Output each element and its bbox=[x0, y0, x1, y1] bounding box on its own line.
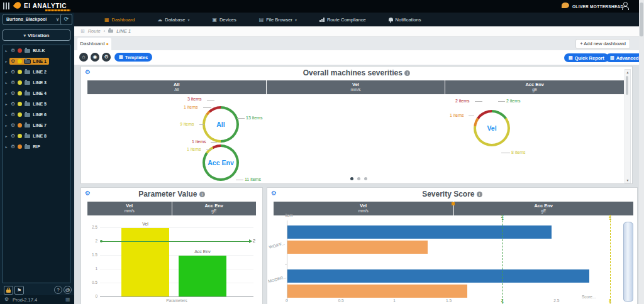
breadcrumb-root[interactable]: Route bbox=[88, 28, 101, 34]
nav-file-browser[interactable]: ▤File Browser▾ bbox=[259, 17, 297, 23]
scroll-up-icon[interactable]: ▲ bbox=[625, 70, 630, 74]
column-accenv[interactable]: Acc EnvgE bbox=[445, 80, 624, 94]
hamburger-icon[interactable] bbox=[3, 3, 9, 9]
advanced-reports-button[interactable]: ▥Advanced Reports bbox=[606, 53, 644, 62]
expand-icon[interactable]: ▸ bbox=[3, 48, 9, 53]
machine-icon bbox=[25, 145, 30, 149]
chart-scrollbar[interactable] bbox=[623, 222, 633, 302]
expand-icon[interactable]: ▸ bbox=[3, 144, 9, 149]
lock-button[interactable] bbox=[4, 286, 13, 295]
machine-icon bbox=[25, 102, 30, 106]
vibration-mode-button[interactable]: ▾Vibration bbox=[3, 30, 70, 41]
tree-item-line-6[interactable]: ▸⚙LINE 6 bbox=[3, 109, 70, 120]
pagination-dot[interactable] bbox=[350, 177, 353, 180]
gear-icon: ⚙ bbox=[11, 80, 15, 85]
scrollbar-thumb[interactable] bbox=[640, 3, 643, 36]
expand-icon[interactable]: ▸ bbox=[3, 102, 9, 106]
info-icon[interactable]: i bbox=[199, 192, 205, 197]
tree-item-line-8[interactable]: ▸⚙LINE 8 bbox=[3, 131, 70, 141]
nav-label: Database bbox=[165, 17, 185, 23]
tab-dashboard[interactable]: Dashboard ● bbox=[77, 38, 111, 50]
x-tick: 0 bbox=[286, 298, 288, 303]
settings-button[interactable]: ⚙ bbox=[102, 53, 111, 62]
tree-item-label: RIP bbox=[33, 144, 40, 149]
tree-item-line-4[interactable]: ▸⚙LINE 4 bbox=[3, 88, 70, 99]
item-axis-label: Item bbox=[285, 213, 293, 217]
info-icon[interactable]: i bbox=[404, 70, 410, 76]
bar-accenv[interactable] bbox=[179, 256, 226, 296]
column-accenv[interactable]: Acc EnvgE bbox=[454, 202, 634, 215]
gear-icon: ⚙ bbox=[11, 122, 15, 128]
donut-all[interactable]: All bbox=[203, 106, 239, 143]
page-scrollbar[interactable] bbox=[639, 0, 644, 304]
info-icon[interactable]: i bbox=[477, 192, 482, 197]
nav-devices[interactable]: ▣Devices bbox=[212, 17, 236, 23]
refresh-button[interactable]: ⟳ bbox=[60, 14, 72, 25]
bar-accenv-item1[interactable] bbox=[287, 241, 428, 254]
pagination-dot[interactable] bbox=[364, 177, 367, 180]
snapshot-button[interactable]: ◉ bbox=[91, 53, 99, 62]
status-dot bbox=[18, 80, 22, 85]
status-dot bbox=[18, 144, 22, 149]
header-notch bbox=[452, 202, 455, 205]
pagination-dot[interactable] bbox=[357, 177, 360, 180]
bar-vel[interactable] bbox=[121, 228, 169, 296]
tree-item-label: LINE 5 bbox=[33, 102, 47, 106]
tree-item-line-5[interactable]: ▸⚙LINE 5 bbox=[3, 99, 70, 109]
tree-item-bulk[interactable]: ▸⚙BULK bbox=[3, 45, 70, 56]
add-new-dashboard-button[interactable]: + Add new dashboard bbox=[575, 39, 630, 49]
devices-icon: ▣ bbox=[212, 17, 217, 23]
expand-icon[interactable]: ▸ bbox=[3, 112, 9, 117]
nav-dashboard[interactable]: ▦Dashboard bbox=[104, 17, 135, 23]
nav-label: Dashboard bbox=[112, 17, 135, 23]
quick-report-button[interactable]: ▤Quick Report bbox=[564, 53, 609, 62]
nav-notifications[interactable]: Notifications bbox=[389, 17, 421, 23]
breadcrumb-separator: › bbox=[104, 28, 106, 34]
brand-name: EI ANALYTIC bbox=[24, 3, 67, 9]
chat-icon[interactable] bbox=[562, 3, 569, 8]
nav-database[interactable]: ☁Database▾ bbox=[157, 17, 189, 23]
machine-icon bbox=[25, 134, 30, 138]
feedback-button[interactable]: @ bbox=[64, 286, 72, 294]
gear-icon: ⚙ bbox=[11, 90, 15, 96]
route-compliance-icon bbox=[319, 18, 325, 22]
threshold-label: 2 bbox=[253, 238, 255, 244]
language-flag-button[interactable]: ⚑ bbox=[14, 286, 24, 295]
home-button[interactable]: ⌂ bbox=[79, 53, 88, 62]
column-vel[interactable]: Velmm/s bbox=[87, 202, 172, 215]
column-accenv[interactable]: Acc EnvgE bbox=[172, 202, 257, 215]
bar-vel-item2[interactable] bbox=[287, 269, 589, 283]
nav-route-compliance[interactable]: Route Compliance bbox=[319, 17, 366, 23]
column-vel[interactable]: Velmm/s bbox=[274, 202, 453, 215]
donut-vel[interactable]: Vel bbox=[474, 110, 510, 146]
expand-icon[interactable]: ▸ bbox=[3, 80, 9, 85]
status-dot bbox=[18, 91, 22, 95]
expand-icon[interactable]: ▸ bbox=[3, 70, 9, 74]
templates-button[interactable]: ▤Templates bbox=[114, 53, 152, 62]
tree-item-line-3[interactable]: ▸⚙LINE 3 bbox=[3, 77, 70, 88]
breadcrumb: ⊞ Route › LINE 1 bbox=[74, 26, 639, 36]
gear-icon[interactable]: ⚙ bbox=[4, 296, 9, 302]
bar-vel-item1[interactable] bbox=[287, 225, 552, 239]
tree-item-line-7[interactable]: ▸⚙LINE 7 bbox=[3, 120, 70, 131]
site-selector[interactable]: Burtons_Blackpool ∨ bbox=[3, 14, 62, 25]
help-button[interactable]: ? bbox=[54, 286, 62, 294]
tree-item-line-2[interactable]: ▸⚙LINE 2 bbox=[3, 67, 70, 77]
expand-icon[interactable]: ▸ bbox=[3, 91, 9, 95]
user-icon[interactable] bbox=[621, 2, 629, 9]
scrollbar-thumb[interactable] bbox=[626, 76, 628, 95]
parameter-column-header: Velmm/s Acc EnvgE bbox=[87, 202, 256, 215]
segment-label: 8 items bbox=[511, 150, 526, 155]
version-label: Prod-2.17.4 bbox=[13, 297, 37, 303]
expand-icon[interactable]: ▸ bbox=[3, 123, 9, 128]
column-all[interactable]: AllAll bbox=[87, 80, 266, 94]
panel-scrollbar[interactable]: ▲ ▼ bbox=[625, 69, 631, 183]
bar-accenv-item2[interactable] bbox=[287, 285, 467, 298]
expand-icon[interactable]: ▸ bbox=[3, 59, 9, 63]
tree-item-rip[interactable]: ▸⚙RIP bbox=[3, 141, 70, 152]
tree-item-line-1[interactable]: ▸⚙LINE 1 bbox=[3, 56, 70, 67]
expand-icon[interactable]: ▸ bbox=[3, 134, 9, 138]
scroll-down-icon[interactable]: ▼ bbox=[625, 178, 630, 182]
column-vel[interactable]: Velmm/s bbox=[267, 80, 445, 94]
tree-item-label: LINE 2 bbox=[33, 70, 47, 74]
